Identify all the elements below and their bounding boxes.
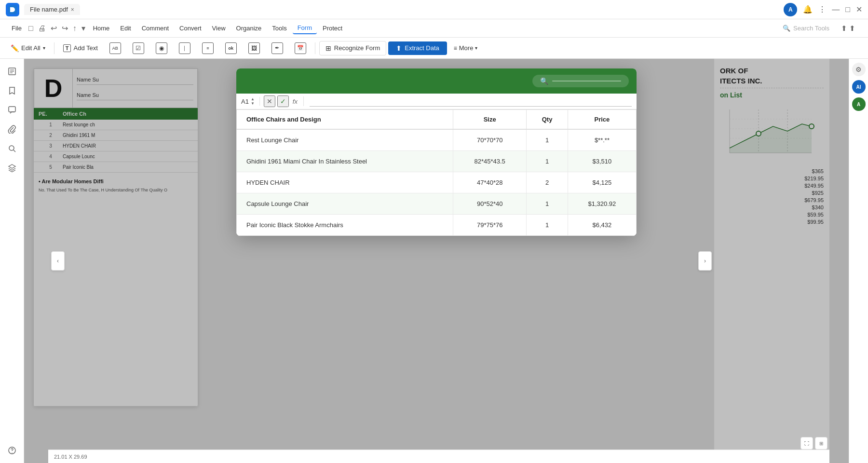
modal-search-bar[interactable]: 🔍 [532,75,629,87]
undo-icon[interactable]: ↩ [49,24,59,33]
toolbar-divider-2 [315,42,315,54]
extract-data-button[interactable]: ⬆ Extract Data [388,41,447,55]
formula-cancel-button[interactable]: ✕ [264,95,275,107]
svg-point-6 [9,146,14,150]
menu-organize[interactable]: Organize [231,23,267,34]
checkbox-button[interactable]: ☑ [128,40,149,56]
ai-icon-1[interactable]: AI [852,80,866,94]
image-field-button[interactable]: 🖼 [244,40,265,56]
next-page-button[interactable]: › [698,251,712,271]
cell-price-4[interactable]: $1,320.92 [568,193,636,215]
cell-size-3[interactable]: 47*40*28 [453,172,527,193]
menu-tools[interactable]: Tools [267,23,291,34]
formula-confirm-button[interactable]: ✓ [277,95,289,107]
menu-comment[interactable]: Comment [137,23,174,34]
menu-convert[interactable]: Convert [175,23,206,34]
menu-bar: File □ 🖨 ↩ ↪ ↑ ▾ Home Edit Comment Conve… [0,19,868,38]
col-header-price: Price [568,110,636,130]
nav-down-icon[interactable]: ▼ [251,101,255,106]
table-row[interactable]: Rest Lounge Chair 70*70*70 1 $**.** [237,129,637,151]
menu-form[interactable]: Form [293,22,317,34]
signature-field-button[interactable]: ✒ [267,40,288,56]
modal-search-input[interactable] [552,81,621,82]
close-window-button[interactable]: ✕ [856,5,862,14]
table-row[interactable]: Capsule Lounge Chair 90*52*40 1 $1,320.9… [237,193,637,215]
sidebar-item-pages[interactable] [3,63,21,80]
share-icon[interactable]: ↑ [71,24,79,33]
cell-size-1[interactable]: 70*70*70 [453,129,527,151]
redo-icon[interactable]: ↪ [60,24,70,33]
menu-home[interactable]: Home [88,23,115,34]
file-tab[interactable]: File name.pdf × [24,4,80,15]
nav-up-icon[interactable]: ▲ [251,97,255,101]
menu-edit[interactable]: Edit [115,23,136,34]
cell-price-1[interactable]: $**.** [568,129,636,151]
cell-name-3[interactable]: HYDEN CHAIR [237,172,453,193]
bottom-right-controls: ⛶ ⊞ [800,437,827,449]
cell-price-2[interactable]: $3,510 [568,151,636,172]
sidebar-item-layers[interactable] [3,159,21,177]
table-row[interactable]: Pair Iconic Black Stokke Armchairs 79*75… [237,215,637,236]
cell-name-5[interactable]: Pair Iconic Black Stokke Armchairs [237,215,453,236]
maximize-button[interactable]: □ [845,5,850,14]
right-icons-strip: ⚙ AI A [849,59,868,463]
ok-button-field[interactable]: ok [220,40,242,56]
search-tools-button[interactable]: 🔍 Search Tools [777,23,835,34]
tab-close-button[interactable]: × [71,6,74,13]
sidebar-item-search[interactable] [3,140,21,157]
dropdown-icon[interactable]: ▾ [80,24,87,33]
formula-input-bar[interactable] [310,96,632,107]
recognize-form-label: Recognize Form [334,44,380,52]
panel-toggle-icon[interactable]: □ [27,24,35,33]
formula-bar: A1 ▲ ▼ ✕ ✓ fx [236,94,637,109]
list-box-button[interactable]: ≡ [197,40,218,56]
print-icon[interactable]: 🖨 [36,24,48,33]
recognize-form-button[interactable]: ⊞ Recognize Form [319,41,386,55]
cell-qty-3[interactable]: 2 [527,172,568,193]
cell-price-3[interactable]: $4,125 [568,172,636,193]
menu-view[interactable]: View [207,23,231,34]
toolbar: ✏️ Edit All ▾ T Add Text AB ☑ ◉ │ ≡ ok 🖼… [0,38,868,59]
upload-button[interactable]: ⬆ ⬆ [836,22,860,35]
cell-qty-5[interactable]: 1 [527,215,568,236]
cell-name-2[interactable]: Ghidini 1961 Miami Chair In Stainless St… [237,151,453,172]
sidebar-item-attachments[interactable] [3,121,21,138]
cell-nav[interactable]: ▲ ▼ [251,97,255,106]
cell-name-1[interactable]: Rest Lounge Chair [237,129,453,151]
ai-icon-2[interactable]: A [852,97,866,111]
fit-page-button[interactable]: ⊞ [815,437,827,449]
extract-icon: ⬆ [396,44,402,52]
cell-name-4[interactable]: Capsule Lounge Chair [237,193,453,215]
minimize-button[interactable]: — [832,5,840,14]
cell-qty-4[interactable]: 1 [527,193,568,215]
add-text-button[interactable]: T Add Text [58,42,103,54]
sidebar-item-help[interactable] [3,442,21,459]
table-row[interactable]: Ghidini 1961 Miami Chair In Stainless St… [237,151,637,172]
combo-box-button[interactable]: │ [174,40,195,56]
table-header-row: Office Chairs and Design Size Qty Price [237,110,637,130]
text-field-button[interactable]: AB [105,40,126,56]
file-tab-label: File name.pdf [30,6,68,13]
notifications-icon[interactable]: 🔔 [803,5,813,14]
cell-reference: A1 ▲ ▼ [241,97,260,106]
date-field-button[interactable]: 📅 [290,40,311,56]
more-options-icon[interactable]: ⋮ [818,5,826,14]
svg-line-7 [14,150,15,152]
edit-all-button[interactable]: ✏️ Edit All ▾ [6,42,50,54]
cell-size-5[interactable]: 79*75*76 [453,215,527,236]
more-button[interactable]: ≡ More ▾ [449,42,483,54]
prev-page-button[interactable]: ‹ [51,251,65,271]
menu-protect[interactable]: Protect [318,23,347,34]
sidebar-item-comments[interactable] [3,101,21,119]
table-row[interactable]: HYDEN CHAIR 47*40*28 2 $4,125 [237,172,637,193]
cell-qty-2[interactable]: 1 [527,151,568,172]
cell-qty-1[interactable]: 1 [527,129,568,151]
menu-file[interactable]: File [8,23,26,34]
cell-price-5[interactable]: $6,432 [568,215,636,236]
cell-size-2[interactable]: 82*45*43.5 [453,151,527,172]
sidebar-item-bookmarks[interactable] [3,82,21,99]
adjust-icon[interactable]: ⚙ [852,63,866,76]
radio-button-btn[interactable]: ◉ [151,40,172,56]
fullscreen-button[interactable]: ⛶ [800,437,813,449]
cell-size-4[interactable]: 90*52*40 [453,193,527,215]
